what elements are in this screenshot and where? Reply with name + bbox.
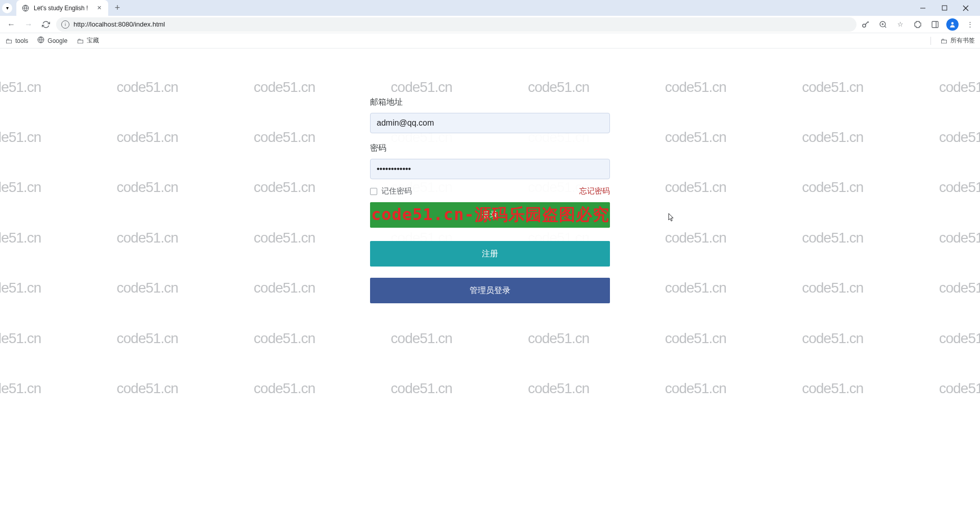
- login-button[interactable]: 登录 code51.cn-源码乐园盗图必究: [370, 202, 610, 228]
- bookmarks-bar: 🗀 tools Google 🗀 宝藏 🗀 所有书签: [0, 33, 980, 49]
- profile-avatar[interactable]: [946, 18, 959, 31]
- register-button[interactable]: 注册: [370, 241, 610, 267]
- email-field[interactable]: [370, 113, 610, 133]
- bookmark-label: 宝藏: [87, 36, 99, 45]
- bookmark-tools[interactable]: 🗀 tools: [5, 37, 28, 45]
- all-bookmarks-label: 所有书签: [950, 36, 975, 45]
- page-viewport: code51.cncode51.cncode51.cncode51.cncode…: [0, 49, 980, 531]
- reload-button[interactable]: [39, 17, 53, 32]
- url-input[interactable]: i http://localhost:8080/index.html: [56, 17, 856, 32]
- remember-checkbox[interactable]: [370, 188, 377, 195]
- bookmark-label: Google: [47, 37, 67, 44]
- password-label: 密码: [370, 143, 610, 154]
- svg-line-7: [885, 26, 886, 28]
- close-tab-icon[interactable]: ✕: [95, 4, 103, 12]
- globe-icon: [37, 36, 44, 45]
- menu-dots-icon[interactable]: ⋮: [964, 18, 976, 31]
- password-key-icon[interactable]: [860, 18, 872, 31]
- maximize-button[interactable]: [938, 2, 950, 14]
- svg-point-12: [951, 22, 954, 25]
- bookmark-label: tools: [15, 37, 28, 44]
- site-info-icon[interactable]: i: [61, 20, 69, 29]
- admin-login-button[interactable]: 管理员登录: [370, 278, 610, 303]
- extensions-icon[interactable]: [912, 18, 924, 31]
- bookmark-star-icon[interactable]: ☆: [894, 18, 906, 31]
- cursor-icon: [666, 213, 674, 225]
- password-field[interactable]: [370, 159, 610, 179]
- folder-icon: 🗀: [5, 37, 12, 45]
- tab-title: Let's study English !: [34, 5, 91, 12]
- folder-icon: 🗀: [77, 37, 84, 45]
- url-text: http://localhost:8080/index.html: [74, 20, 851, 28]
- forgot-password-link[interactable]: 忘记密码: [579, 186, 610, 196]
- globe-icon: [21, 4, 30, 12]
- minimize-button[interactable]: [917, 2, 929, 14]
- svg-rect-2: [942, 6, 947, 10]
- bookmark-treasure[interactable]: 🗀 宝藏: [77, 36, 99, 45]
- forward-button[interactable]: →: [21, 17, 36, 32]
- zoom-icon[interactable]: [877, 18, 889, 31]
- watermark-overlay-text: code51.cn-源码乐园盗图必究: [370, 202, 610, 228]
- svg-rect-10: [932, 21, 938, 28]
- folder-icon: 🗀: [940, 37, 947, 45]
- back-button[interactable]: ←: [4, 17, 18, 32]
- active-tab[interactable]: Let's study English ! ✕: [16, 0, 108, 16]
- all-bookmarks-button[interactable]: 🗀 所有书签: [940, 36, 975, 45]
- svg-point-5: [863, 24, 866, 27]
- bookmark-google[interactable]: Google: [37, 36, 67, 45]
- tab-search-button[interactable]: ▾: [2, 3, 12, 13]
- admin-login-label: 管理员登录: [470, 285, 510, 296]
- register-button-label: 注册: [482, 249, 498, 259]
- close-window-button[interactable]: [960, 2, 972, 14]
- remember-label: 记住密码: [381, 186, 412, 196]
- address-bar: ← → i http://localhost:8080/index.html ☆…: [0, 16, 980, 33]
- tab-strip: ▾ Let's study English ! ✕ +: [0, 0, 980, 16]
- options-row: 记住密码 忘记密码: [370, 186, 610, 196]
- email-label: 邮箱地址: [370, 97, 610, 108]
- login-form: 邮箱地址 密码 记住密码 忘记密码 登录 code51.cn-源码乐园盗图必究 …: [357, 94, 623, 325]
- new-tab-button[interactable]: +: [110, 1, 125, 15]
- side-panel-icon[interactable]: [929, 18, 941, 31]
